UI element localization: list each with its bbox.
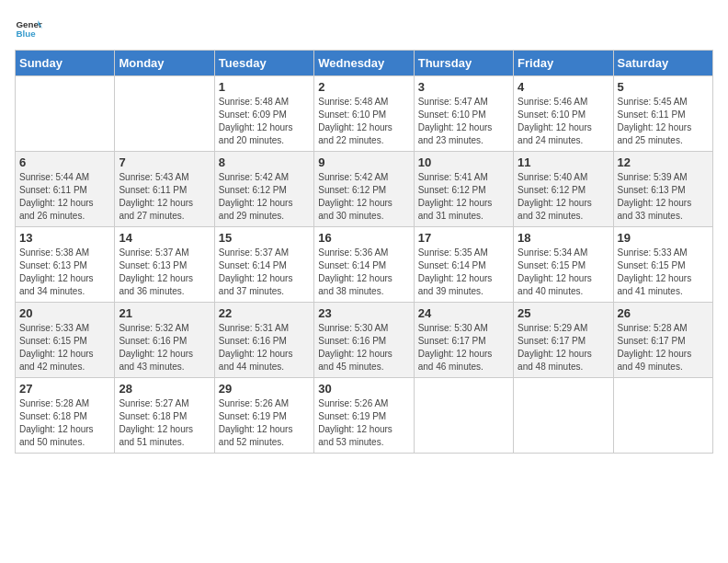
week-row-4: 20Sunrise: 5:33 AMSunset: 6:15 PMDayligh… [16,303,713,378]
day-detail: Sunrise: 5:37 AMSunset: 6:14 PMDaylight:… [219,247,310,298]
day-cell [613,378,712,454]
day-cell: 6Sunrise: 5:44 AMSunset: 6:11 PMDaylight… [16,152,115,227]
weekday-header-monday: Monday [115,51,214,76]
day-number: 30 [318,382,409,396]
week-row-3: 13Sunrise: 5:38 AMSunset: 6:13 PMDayligh… [16,227,713,303]
logo-icon: General Blue [15,15,42,42]
day-cell: 17Sunrise: 5:35 AMSunset: 6:14 PMDayligh… [414,227,513,303]
day-cell: 7Sunrise: 5:43 AMSunset: 6:11 PMDaylight… [115,152,214,227]
weekday-header-friday: Friday [514,51,613,76]
day-detail: Sunrise: 5:29 AMSunset: 6:17 PMDaylight:… [518,322,609,373]
day-detail: Sunrise: 5:43 AMSunset: 6:11 PMDaylight:… [119,171,210,223]
day-number: 23 [318,306,409,320]
day-cell: 15Sunrise: 5:37 AMSunset: 6:14 PMDayligh… [214,227,313,303]
day-cell [115,76,214,152]
day-cell: 2Sunrise: 5:48 AMSunset: 6:10 PMDaylight… [314,76,414,152]
day-detail: Sunrise: 5:39 AMSunset: 6:13 PMDaylight:… [618,171,709,223]
day-cell: 25Sunrise: 5:29 AMSunset: 6:17 PMDayligh… [514,303,613,378]
day-number: 18 [518,231,609,245]
weekday-header-thursday: Thursday [414,51,513,76]
week-row-5: 27Sunrise: 5:28 AMSunset: 6:18 PMDayligh… [16,378,713,454]
day-cell: 10Sunrise: 5:41 AMSunset: 6:12 PMDayligh… [414,152,513,227]
day-detail: Sunrise: 5:35 AMSunset: 6:14 PMDaylight:… [418,247,509,298]
day-detail: Sunrise: 5:30 AMSunset: 6:16 PMDaylight:… [318,322,409,373]
day-cell: 11Sunrise: 5:40 AMSunset: 6:12 PMDayligh… [514,152,613,227]
day-detail: Sunrise: 5:47 AMSunset: 6:10 PMDaylight:… [418,96,509,147]
day-number: 5 [618,80,709,94]
day-number: 22 [219,306,310,320]
day-detail: Sunrise: 5:30 AMSunset: 6:17 PMDaylight:… [418,322,509,373]
day-cell: 27Sunrise: 5:28 AMSunset: 6:18 PMDayligh… [16,378,115,454]
day-detail: Sunrise: 5:38 AMSunset: 6:13 PMDaylight:… [19,247,110,298]
day-cell: 9Sunrise: 5:42 AMSunset: 6:12 PMDaylight… [314,152,414,227]
day-cell: 24Sunrise: 5:30 AMSunset: 6:17 PMDayligh… [414,303,513,378]
day-detail: Sunrise: 5:40 AMSunset: 6:12 PMDaylight:… [518,171,609,223]
day-number: 21 [119,306,210,320]
day-cell: 12Sunrise: 5:39 AMSunset: 6:13 PMDayligh… [613,152,712,227]
day-number: 9 [318,155,409,169]
weekday-header-saturday: Saturday [613,51,712,76]
day-detail: Sunrise: 5:28 AMSunset: 6:17 PMDaylight:… [618,322,709,373]
day-cell: 3Sunrise: 5:47 AMSunset: 6:10 PMDaylight… [414,76,513,152]
day-detail: Sunrise: 5:48 AMSunset: 6:09 PMDaylight:… [219,96,310,147]
day-detail: Sunrise: 5:33 AMSunset: 6:15 PMDaylight:… [19,322,110,373]
day-cell: 13Sunrise: 5:38 AMSunset: 6:13 PMDayligh… [16,227,115,303]
day-number: 20 [19,306,110,320]
day-number: 8 [219,155,310,169]
weekday-header-wednesday: Wednesday [314,51,414,76]
day-detail: Sunrise: 5:42 AMSunset: 6:12 PMDaylight:… [219,171,310,223]
day-number: 1 [219,80,310,94]
header: General Blue [15,15,713,42]
day-number: 16 [318,231,409,245]
day-number: 26 [618,306,709,320]
day-number: 29 [219,382,310,396]
day-detail: Sunrise: 5:45 AMSunset: 6:11 PMDaylight:… [618,96,709,147]
day-number: 10 [418,155,509,169]
day-cell: 16Sunrise: 5:36 AMSunset: 6:14 PMDayligh… [314,227,414,303]
day-cell: 14Sunrise: 5:37 AMSunset: 6:13 PMDayligh… [115,227,214,303]
day-number: 7 [119,155,210,169]
day-number: 12 [618,155,709,169]
day-number: 6 [19,155,110,169]
day-cell: 30Sunrise: 5:26 AMSunset: 6:19 PMDayligh… [314,378,414,454]
day-number: 27 [19,382,110,396]
day-detail: Sunrise: 5:41 AMSunset: 6:12 PMDaylight:… [418,171,509,223]
day-cell: 22Sunrise: 5:31 AMSunset: 6:16 PMDayligh… [214,303,313,378]
day-number: 14 [119,231,210,245]
day-cell: 8Sunrise: 5:42 AMSunset: 6:12 PMDaylight… [214,152,313,227]
weekday-header-sunday: Sunday [16,51,115,76]
day-number: 15 [219,231,310,245]
day-number: 2 [318,80,409,94]
day-number: 17 [418,231,509,245]
week-row-1: 1Sunrise: 5:48 AMSunset: 6:09 PMDaylight… [16,76,713,152]
day-cell: 20Sunrise: 5:33 AMSunset: 6:15 PMDayligh… [16,303,115,378]
day-cell: 21Sunrise: 5:32 AMSunset: 6:16 PMDayligh… [115,303,214,378]
day-cell: 26Sunrise: 5:28 AMSunset: 6:17 PMDayligh… [613,303,712,378]
day-number: 19 [618,231,709,245]
day-detail: Sunrise: 5:44 AMSunset: 6:11 PMDaylight:… [19,171,110,223]
day-number: 24 [418,306,509,320]
logo: General Blue [15,15,42,42]
day-cell: 23Sunrise: 5:30 AMSunset: 6:16 PMDayligh… [314,303,414,378]
day-cell: 19Sunrise: 5:33 AMSunset: 6:15 PMDayligh… [613,227,712,303]
calendar-table: SundayMondayTuesdayWednesdayThursdayFrid… [15,50,713,454]
day-number: 4 [518,80,609,94]
day-number: 25 [518,306,609,320]
day-detail: Sunrise: 5:28 AMSunset: 6:18 PMDaylight:… [19,397,110,449]
day-cell: 29Sunrise: 5:26 AMSunset: 6:19 PMDayligh… [214,378,313,454]
day-detail: Sunrise: 5:48 AMSunset: 6:10 PMDaylight:… [318,96,409,147]
day-cell [16,76,115,152]
day-detail: Sunrise: 5:32 AMSunset: 6:16 PMDaylight:… [119,322,210,373]
day-number: 13 [19,231,110,245]
day-cell: 28Sunrise: 5:27 AMSunset: 6:18 PMDayligh… [115,378,214,454]
day-detail: Sunrise: 5:27 AMSunset: 6:18 PMDaylight:… [119,397,210,449]
day-number: 11 [518,155,609,169]
day-detail: Sunrise: 5:26 AMSunset: 6:19 PMDaylight:… [318,397,409,449]
day-cell: 5Sunrise: 5:45 AMSunset: 6:11 PMDaylight… [613,76,712,152]
day-detail: Sunrise: 5:46 AMSunset: 6:10 PMDaylight:… [518,96,609,147]
svg-text:Blue: Blue [17,29,37,39]
day-detail: Sunrise: 5:36 AMSunset: 6:14 PMDaylight:… [318,247,409,298]
weekday-header-row: SundayMondayTuesdayWednesdayThursdayFrid… [16,51,713,76]
day-cell: 4Sunrise: 5:46 AMSunset: 6:10 PMDaylight… [514,76,613,152]
week-row-2: 6Sunrise: 5:44 AMSunset: 6:11 PMDaylight… [16,152,713,227]
